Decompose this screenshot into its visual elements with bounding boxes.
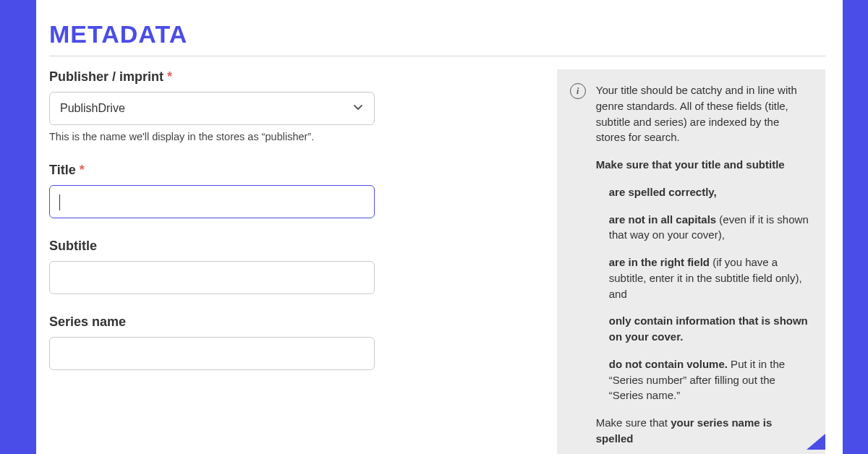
publisher-field: Publisher / imprint * PublishDrive This … <box>49 69 550 142</box>
info-icon: i <box>570 83 586 99</box>
series-name-input[interactable] <box>49 337 375 370</box>
chevron-down-icon <box>352 101 364 116</box>
publisher-label-text: Publisher / imprint <box>49 69 163 84</box>
title-input[interactable] <box>49 185 375 218</box>
info-item: do not contain volume. Put it in the “Se… <box>609 356 811 403</box>
publisher-select-value: PublishDrive <box>60 102 125 115</box>
content-row: Publisher / imprint * PublishDrive This … <box>49 69 825 454</box>
title-label-text: Title <box>49 163 76 177</box>
subtitle-field: Subtitle <box>49 239 550 294</box>
info-panel: i Your title should be catchy and in lin… <box>557 69 825 454</box>
info-item: only contain information that is shown o… <box>609 313 811 345</box>
required-mark: * <box>76 163 85 177</box>
page-title: METADATA <box>49 20 825 48</box>
publisher-label: Publisher / imprint * <box>49 69 550 85</box>
form-column: Publisher / imprint * PublishDrive This … <box>49 69 550 454</box>
info-item: are spelled correctly, <box>609 184 811 200</box>
series-name-label: Series name <box>49 314 550 330</box>
subtitle-input[interactable] <box>49 261 375 294</box>
info-row: i Your title should be catchy and in lin… <box>570 82 811 454</box>
subtitle-label: Subtitle <box>49 239 550 254</box>
text-cursor <box>59 194 60 210</box>
publisher-select[interactable]: PublishDrive <box>49 92 375 125</box>
divider <box>49 56 825 56</box>
info-series-line: Make sure that your series name is spell… <box>596 415 811 447</box>
series-name-field: Series name <box>49 314 550 370</box>
title-input-wrap <box>49 185 375 218</box>
info-intro: Your title should be catchy and in line … <box>596 82 811 145</box>
title-label: Title * <box>49 163 550 178</box>
required-mark: * <box>163 69 172 84</box>
info-body: Your title should be catchy and in line … <box>596 82 811 454</box>
info-item: are not in all capitals (even if it is s… <box>609 212 811 244</box>
metadata-card: METADATA Publisher / imprint * PublishDr… <box>36 0 843 454</box>
info-item: are in the right field (if you have a su… <box>609 254 811 301</box>
title-field: Title * <box>49 163 550 218</box>
publisher-help-text: This is the name we'll display in the st… <box>49 131 550 142</box>
info-lead: Make sure that your title and subtitle <box>596 157 811 173</box>
folded-corner-icon <box>807 434 825 450</box>
info-list: are spelled correctly, are not in all ca… <box>596 184 811 403</box>
